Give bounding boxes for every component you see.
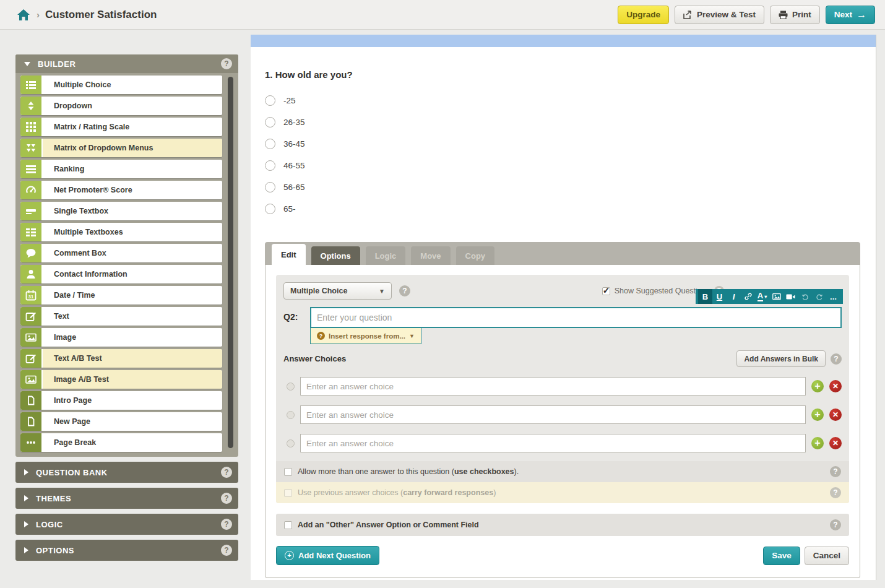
help-icon[interactable]: [830, 466, 841, 477]
help-icon[interactable]: [221, 519, 232, 530]
topbar-actions: Upgrade Preview & Test Print Next→: [618, 6, 875, 24]
print-button[interactable]: Print: [770, 6, 820, 24]
add-other-checkbox[interactable]: [284, 521, 292, 529]
radio-button[interactable]: [265, 95, 275, 106]
tab-options[interactable]: Options: [311, 246, 360, 265]
help-icon[interactable]: [399, 285, 410, 296]
font-color-button[interactable]: A▾: [755, 289, 769, 304]
tab-move[interactable]: Move: [411, 246, 450, 265]
question-text-input[interactable]: [310, 307, 842, 328]
question-text-row: Q2:: [283, 307, 842, 328]
builder-label: BUILDER: [38, 59, 76, 69]
sidebar-item-multiple-textboxes[interactable]: Multiple Textboxes: [20, 223, 222, 241]
remove-answer-button[interactable]: ✕: [829, 380, 842, 392]
add-other-row: Add an "Other" Answer Option or Comment …: [276, 514, 849, 536]
add-answer-button[interactable]: +: [811, 380, 824, 392]
remove-answer-button[interactable]: ✕: [829, 409, 842, 421]
sidebar-item-contact-information[interactable]: Contact Information: [20, 265, 222, 283]
add-answer-button[interactable]: +: [811, 409, 824, 421]
sidebar-item-text[interactable]: Text: [20, 307, 222, 326]
more-options-button[interactable]: ...: [826, 289, 840, 304]
cancel-button[interactable]: Cancel: [805, 547, 849, 565]
chevron-down-icon: ▼: [409, 333, 415, 339]
answer-choice-input[interactable]: [300, 434, 806, 452]
person-icon: [20, 265, 43, 283]
sidebar-item-page-break[interactable]: Page Break: [20, 433, 222, 452]
radio-button[interactable]: [265, 160, 275, 171]
sidebar-item-multiple-choice[interactable]: Multiple Choice: [20, 76, 222, 94]
printer-icon: [779, 11, 788, 19]
help-icon[interactable]: [221, 545, 232, 556]
help-icon[interactable]: [221, 58, 232, 69]
help-icon[interactable]: [830, 519, 841, 530]
allow-multiple-checkbox[interactable]: [284, 468, 292, 476]
sidebar-item-image[interactable]: Image: [20, 328, 222, 347]
insert-image-button[interactable]: [769, 289, 784, 304]
pencil-icon: [20, 307, 43, 326]
add-next-question-button[interactable]: + Add Next Question: [276, 546, 379, 565]
tab-logic[interactable]: Logic: [366, 246, 406, 265]
italic-button[interactable]: I: [727, 289, 741, 304]
next-button[interactable]: Next→: [826, 6, 875, 24]
help-icon[interactable]: [221, 467, 232, 478]
help-icon[interactable]: [831, 353, 842, 365]
sidebar-section-options[interactable]: OPTIONS: [15, 540, 238, 561]
undo-button[interactable]: [798, 289, 812, 304]
question-type-select[interactable]: Multiple Choice ▼: [283, 282, 392, 300]
help-icon[interactable]: [221, 493, 232, 504]
page-icon: [20, 391, 43, 410]
top-bar: › Customer Satisfaction Upgrade Preview …: [0, 0, 885, 30]
question-editor: Edit Options Logic Move Copy Multiple Ch…: [265, 242, 860, 578]
matrix-icon: [20, 118, 43, 136]
sidebar-item-comment-box[interactable]: Comment Box: [20, 244, 222, 262]
sidebar-item-text-ab-test[interactable]: Text A/B Test: [20, 349, 222, 368]
sidebar-item-nps[interactable]: Net Promoter® Score: [20, 181, 222, 199]
answer-choice-input[interactable]: [300, 405, 806, 424]
add-answers-bulk-button[interactable]: Add Answers in Bulk: [736, 350, 826, 367]
bold-button[interactable]: B: [698, 289, 712, 304]
matrix-dropdown-icon: [20, 139, 43, 157]
radio-button[interactable]: [265, 139, 275, 149]
add-answer-button[interactable]: +: [811, 437, 824, 449]
sidebar-section-themes[interactable]: THEMES: [15, 488, 238, 509]
tab-edit[interactable]: Edit: [272, 244, 306, 265]
radio-button[interactable]: [265, 204, 275, 214]
insert-video-button[interactable]: [784, 289, 798, 304]
radio-button[interactable]: [265, 117, 275, 128]
answer-option-row: 26-35: [265, 111, 861, 133]
sidebar-item-ranking[interactable]: Ranking: [20, 160, 222, 178]
sidebar-item-image-ab-test[interactable]: Image A/B Test: [20, 370, 222, 389]
sidebar-item-intro-page[interactable]: Intro Page: [20, 391, 222, 410]
sidebar-item-single-textbox[interactable]: Single Textbox: [20, 202, 222, 220]
multiple-textboxes-icon: [20, 223, 43, 241]
sidebar-item-date-time[interactable]: 31 Date / Time: [20, 286, 222, 305]
answer-choice-row: + ✕: [283, 434, 842, 452]
redo-button[interactable]: [812, 289, 826, 304]
insert-response-button[interactable]: Insert response from... ▼: [310, 328, 421, 344]
sidebar-section-question-bank[interactable]: QUESTION BANK: [15, 462, 238, 483]
remove-answer-button[interactable]: ✕: [829, 437, 842, 449]
page-icon: [20, 412, 43, 431]
sidebar-section-logic[interactable]: LOGIC: [15, 514, 238, 535]
image-icon: [20, 328, 43, 347]
upgrade-button[interactable]: Upgrade: [618, 6, 669, 24]
sidebar-item-new-page[interactable]: New Page: [20, 412, 222, 431]
editor-tabs: Edit Options Logic Move Copy: [265, 242, 860, 265]
show-suggested-checkbox[interactable]: [602, 287, 610, 295]
preview-test-button[interactable]: Preview & Test: [675, 6, 764, 24]
help-icon[interactable]: [830, 487, 841, 498]
sidebar-item-matrix-rating[interactable]: Matrix / Rating Scale: [20, 118, 222, 136]
sidebar-item-matrix-dropdown[interactable]: Matrix of Dropdown Menus: [20, 139, 222, 157]
answer-choice-input[interactable]: [300, 377, 806, 396]
save-button[interactable]: Save: [763, 547, 800, 565]
builder-header[interactable]: BUILDER: [15, 54, 238, 73]
sidebar-scrollbar[interactable]: [228, 77, 233, 448]
edit-form: Multiple Choice ▼ Show Suggested Questio…: [276, 275, 849, 503]
sidebar-item-dropdown[interactable]: Dropdown: [20, 97, 222, 115]
tab-copy[interactable]: Copy: [456, 246, 495, 265]
answer-option-row: 46-55: [265, 155, 861, 176]
home-icon[interactable]: [17, 8, 30, 22]
radio-button[interactable]: [265, 182, 275, 192]
underline-button[interactable]: U: [712, 289, 727, 304]
link-button[interactable]: [741, 289, 755, 304]
